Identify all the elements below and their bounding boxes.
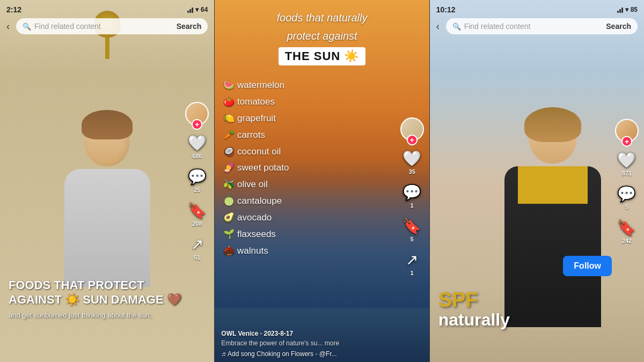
back-button-3[interactable]: ‹ bbox=[436, 21, 440, 32]
comment-button-1[interactable]: 💬 25 bbox=[188, 168, 207, 193]
share-icon-2: ↗ bbox=[406, 251, 418, 269]
time-display-1: 2:12 bbox=[6, 5, 21, 14]
signal-icon-1 bbox=[187, 6, 193, 13]
song-bar-2: ♬ Add song Choking on Flowers - @Fr... bbox=[221, 350, 422, 358]
search-placeholder-1: Find related content bbox=[34, 22, 173, 31]
like-count-2: 35 bbox=[409, 168, 415, 175]
share-icon-1: ↗ bbox=[191, 235, 203, 253]
panel2-title-wrapper: foods that naturally protect against THE… bbox=[223, 11, 420, 73]
person-body-1 bbox=[64, 169, 150, 287]
comment-button-2[interactable]: 💬 1 bbox=[402, 183, 421, 209]
heart-icon-2: 🤍 bbox=[402, 150, 421, 167]
wifi-icon-1: ▾ bbox=[195, 6, 199, 13]
comment-count-2: 1 bbox=[411, 202, 414, 209]
search-button-3[interactable]: Search bbox=[606, 22, 631, 31]
follow-plus-2[interactable]: + bbox=[407, 135, 418, 145]
bookmark-icon-3: 🔖 bbox=[617, 218, 636, 236]
panel-3: 10:12 ▾ 85 ‹ 🔍 Find related content Sear… bbox=[430, 0, 644, 362]
like-button-2[interactable]: 🤍 35 bbox=[402, 150, 421, 175]
person-head-3 bbox=[529, 110, 577, 164]
caption-main-1: FOODS THAT PROTECT AGAINST ☀️ SUN DAMAGE… bbox=[9, 278, 182, 307]
follow-plus-3[interactable]: + bbox=[621, 136, 632, 146]
comment-icon-1: 💬 bbox=[188, 168, 207, 186]
follow-plus-1[interactable]: + bbox=[192, 119, 202, 130]
food-list-item: 🥥 coconut oil bbox=[223, 144, 420, 160]
comment-count-3: 5 bbox=[625, 203, 628, 210]
song-text-2: ♬ Add song Choking on Flowers - @Fr... bbox=[221, 350, 336, 358]
share-count-2: 1 bbox=[411, 270, 414, 276]
status-icons-3: ▾ 85 bbox=[617, 6, 638, 13]
status-bar-1: 2:12 ▾ 64 bbox=[6, 5, 208, 14]
status-icons-1: ▾ 64 bbox=[187, 6, 208, 13]
food-list-item: 🍈 cantaloupe bbox=[223, 193, 420, 210]
time-display-3: 10:12 bbox=[436, 5, 456, 14]
food-list-item: 🌰 walnuts bbox=[223, 243, 420, 260]
person-head-1 bbox=[84, 115, 130, 166]
naturally-text: naturally bbox=[438, 310, 510, 330]
share-button-2[interactable]: ↗ 1 bbox=[406, 251, 418, 276]
battery-label-1: 64 bbox=[201, 6, 208, 13]
share-count-1: 51 bbox=[194, 254, 200, 261]
sun-box-text: THE SUN ☀️ bbox=[285, 49, 360, 63]
food-list-item: 🍠 sweet potato bbox=[223, 160, 420, 176]
panel3-header: 10:12 ▾ 85 ‹ 🔍 Find related content Sear… bbox=[430, 0, 644, 39]
like-button-3[interactable]: 🤍 871 bbox=[617, 151, 636, 176]
bookmark-button-1[interactable]: 🔖 208 bbox=[188, 202, 207, 227]
creator-avatar-2[interactable]: + bbox=[400, 117, 424, 141]
comment-icon-2: 💬 bbox=[402, 183, 421, 201]
bookmark-button-2[interactable]: 🔖 5 bbox=[402, 217, 421, 242]
panel2-content: foods that naturally protect against THE… bbox=[215, 0, 429, 362]
side-actions-2: + 🤍 35 💬 1 🔖 5 ↗ 1 bbox=[400, 117, 424, 276]
search-bar-3[interactable]: 🔍 Find related content Search bbox=[446, 18, 638, 34]
heart-icon-1: 🤍 bbox=[188, 134, 207, 152]
spf-text: SPF bbox=[438, 290, 510, 310]
comment-button-3[interactable]: 💬 5 bbox=[617, 184, 636, 210]
food-list-item: 🍅 tomatoes bbox=[223, 94, 420, 110]
creator-avatar-3[interactable]: + bbox=[615, 119, 639, 142]
shirt-detail bbox=[518, 166, 588, 204]
food-list: 🍉 watermelon🍅 tomatoes🍋 grapefruit🥕 carr… bbox=[223, 77, 420, 260]
description-2: Embrace the power of nature's su... more bbox=[221, 339, 422, 347]
share-button-1[interactable]: ↗ 51 bbox=[191, 235, 203, 261]
panel2-footer: OWL Venice · 2023-8-17 Embrace the power… bbox=[215, 326, 429, 362]
food-list-item: 🥕 carrots bbox=[223, 127, 420, 144]
panel-2: foods that naturally protect against THE… bbox=[214, 0, 429, 362]
search-bar-1[interactable]: 🔍 Find related content Search bbox=[16, 18, 208, 34]
bookmark-button-3[interactable]: 🔖 242 bbox=[617, 218, 636, 243]
bookmark-count-2: 5 bbox=[411, 236, 414, 242]
side-actions-1: + 🤍 686 💬 25 🔖 208 ↗ 51 bbox=[185, 102, 209, 261]
wifi-icon-3: ▾ bbox=[625, 6, 628, 13]
comment-icon-3: 💬 bbox=[617, 184, 636, 202]
person-hair-3 bbox=[524, 107, 581, 142]
panel2-title-line1: foods that naturally bbox=[223, 11, 420, 25]
creator-info-2: OWL Venice · 2023-8-17 bbox=[221, 330, 422, 337]
search-icon-3: 🔍 bbox=[452, 23, 461, 31]
creator-avatar-1[interactable]: + bbox=[185, 102, 209, 125]
bookmark-count-1: 208 bbox=[192, 220, 202, 227]
panel1-caption: FOODS THAT PROTECT AGAINST ☀️ SUN DAMAGE… bbox=[9, 278, 182, 319]
side-actions-3: + 🤍 871 💬 5 🔖 242 bbox=[615, 119, 639, 243]
follow-button-3[interactable]: Follow bbox=[563, 256, 612, 276]
food-list-item: 🌱 flaxseeds bbox=[223, 226, 420, 243]
sun-box: THE SUN ☀️ bbox=[279, 47, 366, 65]
food-list-item: 🥑 avocado bbox=[223, 210, 420, 226]
status-bar-3: 10:12 ▾ 85 bbox=[436, 5, 638, 14]
search-icon-1: 🔍 bbox=[23, 23, 31, 31]
search-button-1[interactable]: Search bbox=[177, 22, 202, 31]
heart-icon-3: 🤍 bbox=[617, 151, 636, 168]
back-button-1[interactable]: ‹ bbox=[6, 21, 10, 32]
bookmark-icon-2: 🔖 bbox=[402, 217, 421, 235]
panel1-header: 2:12 ▾ 64 ‹ 🔍 Find related content Searc… bbox=[0, 0, 214, 39]
food-list-item: 🫒 olive oil bbox=[223, 176, 420, 193]
battery-label-3: 85 bbox=[631, 6, 638, 13]
bookmark-count-3: 242 bbox=[622, 237, 632, 243]
signal-icon-3 bbox=[617, 6, 623, 13]
like-button-1[interactable]: 🤍 686 bbox=[188, 134, 207, 159]
person-body-3 bbox=[504, 166, 601, 327]
like-count-3: 871 bbox=[622, 169, 632, 176]
like-count-1: 686 bbox=[192, 153, 202, 159]
panel3-caption: SPF naturally bbox=[438, 290, 510, 330]
person-hair-1 bbox=[82, 110, 133, 139]
person-figure-1 bbox=[38, 94, 177, 362]
comment-count-1: 25 bbox=[194, 187, 200, 193]
